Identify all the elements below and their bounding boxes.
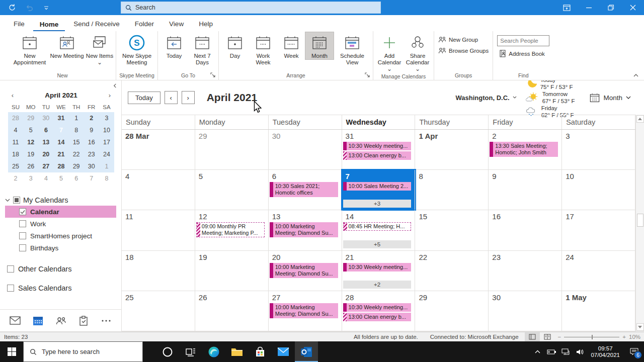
day-cell-14[interactable]: 1408:45 HR Meeting; H...+5 [342, 210, 416, 250]
add-calendar-button[interactable]: Add Calendar ⌄ [375, 32, 404, 72]
mini-calendar-day[interactable]: 19 [23, 148, 38, 160]
vertical-scrollbar[interactable] [635, 115, 644, 331]
other-calendars-group[interactable]: Other Calendars [7, 265, 121, 273]
calendar-event[interactable]: 13:30 Sales Meeting; Homotic; John Smith [490, 142, 558, 157]
calendar-checkbox[interactable] [19, 244, 26, 251]
new-items-button[interactable]: New Items ⌄ [86, 32, 114, 66]
tab-send-receive[interactable]: Send / Receive [67, 17, 126, 31]
day-cell-10[interactable]: 10 [562, 170, 635, 210]
mini-calendar-day[interactable]: 8 [69, 124, 84, 136]
calendar-event[interactable]: 13:00 Clean energy b... [343, 151, 412, 160]
mini-calendar-day[interactable]: 21 [53, 148, 68, 160]
previous-month-button[interactable]: ‹ [165, 91, 178, 104]
month-view-button[interactable]: Month [305, 32, 334, 59]
mini-calendar-day[interactable]: 1 [69, 112, 84, 124]
day-cell-29[interactable]: 29 [195, 130, 269, 169]
day-cell-20[interactable]: 2010:00 Marketing Meeting; Diamond Su... [269, 251, 342, 291]
mini-calendar-day[interactable]: 18 [8, 148, 23, 160]
day-cell-25[interactable]: 25 [122, 291, 195, 331]
day-cell-17[interactable]: 17 [562, 210, 635, 250]
tab-view[interactable]: View [163, 17, 190, 31]
day-cell-1-apr[interactable]: 1 Apr [415, 130, 489, 169]
week-view-button[interactable]: Week [277, 32, 305, 59]
new-group-button[interactable]: New Group [436, 35, 491, 44]
view-selector[interactable]: Month [590, 93, 631, 103]
day-cell-22[interactable]: 22 [415, 251, 489, 291]
calendar-tree-item-calendar[interactable]: Calendar [5, 206, 116, 218]
tray-chevron-up-icon[interactable] [530, 341, 544, 362]
start-button[interactable] [0, 341, 23, 362]
day-cell-19[interactable]: 19 [195, 251, 269, 291]
mini-calendar-day[interactable]: 28 [8, 112, 23, 124]
day-cell-7[interactable]: 710:00 Sales Meeting 2...+3 [342, 170, 416, 210]
mini-calendar-day[interactable]: 3 [99, 112, 114, 124]
outlook-taskbar-button[interactable] [295, 341, 318, 362]
mini-calendar-day[interactable]: 31 [53, 112, 68, 124]
more-events-indicator[interactable]: +3 [343, 200, 412, 208]
day-view-button[interactable]: Day [221, 32, 249, 59]
browse-groups-button[interactable]: Browse Groups [436, 46, 491, 55]
quick-access-caret-icon[interactable] [41, 3, 51, 13]
cortana-taskbar-button[interactable] [156, 341, 179, 362]
mini-calendar-day[interactable]: 5 [53, 172, 68, 185]
calendar-event[interactable]: 10:00 Marketing Meeting; Diamond Su... [270, 222, 338, 237]
mailapp-taskbar-button[interactable] [272, 341, 295, 362]
mini-calendar-day[interactable]: 17 [99, 136, 114, 148]
today-button[interactable]: Today [128, 92, 160, 104]
mini-calendar-day[interactable]: 2 [84, 112, 99, 124]
calendar-event[interactable]: 08:45 HR Meeting; H... [343, 222, 412, 231]
network-icon[interactable] [558, 341, 573, 362]
tab-folder[interactable]: Folder [128, 17, 160, 31]
mini-calendar-day[interactable]: 7 [53, 124, 68, 136]
mini-calendar-day[interactable]: 16 [84, 136, 99, 148]
calendar-tree-item-work[interactable]: Work [5, 218, 116, 230]
day-cell-11[interactable]: 11 [122, 210, 195, 250]
scroll-down-icon[interactable] [636, 323, 644, 331]
undo-icon[interactable] [24, 3, 34, 13]
calendar-event[interactable]: 09:00 Monthly PR Meeting; Marketing P... [196, 222, 265, 237]
mini-calendar-next-icon[interactable]: › [105, 92, 114, 99]
ellipsis-button[interactable] [98, 313, 115, 329]
day-cell-5[interactable]: 5 [195, 170, 269, 210]
calendar-event[interactable]: 10:00 Marketing Meeting; Diamond Su... [270, 263, 338, 278]
restore-button[interactable] [600, 0, 622, 15]
mini-calendar-day[interactable]: 3 [23, 172, 38, 185]
day-cell-24[interactable]: 24 [562, 251, 635, 291]
day-cell-4[interactable]: 4 [122, 170, 195, 210]
mini-calendar-day[interactable]: 27 [38, 160, 53, 172]
goto-dialog-launcher-icon[interactable] [210, 72, 216, 78]
tab-home[interactable]: Home [33, 18, 65, 32]
mini-calendar-day[interactable]: 7 [84, 172, 99, 185]
day-cell-31[interactable]: 3110:30 Weekly meeting...13:00 Clean ene… [342, 130, 416, 169]
mini-calendar-day[interactable]: 8 [99, 172, 114, 185]
ribbon-display-options-icon[interactable] [555, 0, 578, 15]
new-meeting-button[interactable]: New Meeting [48, 32, 86, 59]
normal-view-icon[interactable] [525, 332, 540, 342]
day-cell-21[interactable]: 2110:30 Weekly meeting...+2 [342, 251, 416, 291]
close-button[interactable] [622, 0, 644, 15]
calendar-event[interactable]: 10:30 Weekly meeting... [343, 142, 412, 150]
zoom-slider[interactable]: −+ [555, 334, 629, 340]
next-7-days-button[interactable]: Next 7 Days [188, 32, 216, 66]
sales-calendars-checkbox[interactable] [7, 285, 14, 292]
day-cell-3[interactable]: 3 [562, 130, 635, 169]
mini-calendar-day[interactable]: 29 [23, 112, 38, 124]
more-events-indicator[interactable]: +2 [343, 281, 412, 289]
next-month-button[interactable]: › [182, 91, 195, 104]
day-cell-12[interactable]: 1209:00 Monthly PR Meeting; Marketing P.… [195, 210, 269, 250]
mini-calendar-day[interactable]: 4 [38, 172, 53, 185]
mini-calendar-day[interactable]: 30 [84, 160, 99, 172]
reading-view-icon[interactable] [540, 332, 555, 342]
taskview-taskbar-button[interactable] [179, 341, 202, 362]
minimize-button[interactable] [578, 0, 600, 15]
clock[interactable]: 09:57 07/04/2021 [587, 345, 624, 358]
mini-calendar-day[interactable]: 6 [69, 172, 84, 185]
calendar-checkbox[interactable] [19, 208, 26, 215]
calendar-tree-item-birthdays[interactable]: Birthdays [5, 242, 116, 254]
day-cell-18[interactable]: 18 [122, 251, 195, 291]
day-cell-2[interactable]: 213:30 Sales Meeting; Homotic; John Smit… [489, 130, 562, 169]
my-calendars-header[interactable]: My Calendars [5, 195, 121, 206]
mini-calendar-day[interactable]: 15 [69, 136, 84, 148]
day-cell-1-may[interactable]: 1 May [562, 291, 635, 331]
day-cell-15[interactable]: 15 [415, 210, 489, 250]
